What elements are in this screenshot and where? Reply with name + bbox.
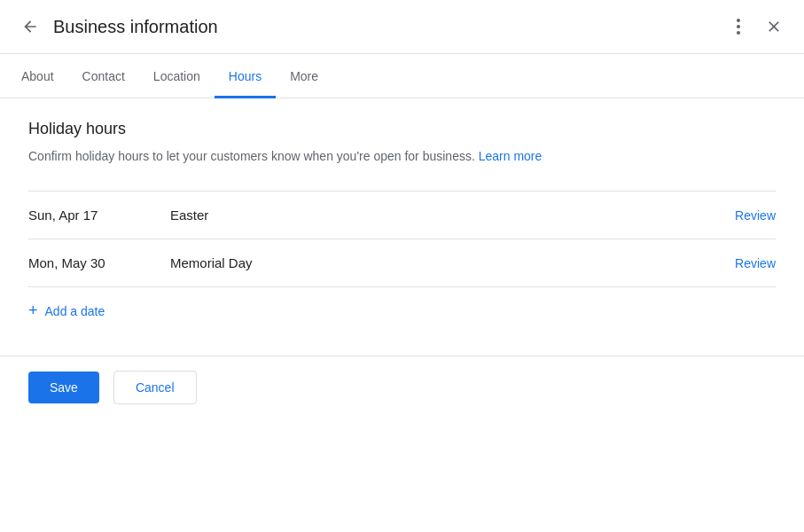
section-description: Confirm holiday hours to let your custom… <box>28 147 776 166</box>
holiday-row-memorial-day: Mon, May 30 Memorial Day Review <box>28 239 776 287</box>
back-button[interactable] <box>14 11 46 43</box>
tab-location[interactable]: Location <box>139 55 215 98</box>
review-link-easter[interactable]: Review <box>735 208 776 223</box>
tab-more[interactable]: More <box>276 55 332 98</box>
close-button[interactable] <box>758 11 790 43</box>
tab-hours[interactable]: Hours <box>215 55 276 98</box>
header-actions <box>722 11 790 43</box>
cancel-button[interactable]: Cancel <box>113 371 197 404</box>
three-dot-icon <box>730 18 747 35</box>
section-description-text: Confirm holiday hours to let your custom… <box>28 149 475 163</box>
review-link-memorial[interactable]: Review <box>735 256 776 270</box>
plus-icon: + <box>28 301 38 320</box>
holiday-name-easter: Easter <box>170 207 735 223</box>
content-area: Holiday hours Confirm holiday hours to l… <box>0 98 804 356</box>
holiday-date-memorial: Mon, May 30 <box>28 255 170 270</box>
holiday-name-memorial: Memorial Day <box>170 255 735 270</box>
footer: Save Cancel <box>0 356 804 419</box>
add-date-label: Add a date <box>45 304 105 318</box>
page-title: Business information <box>53 17 722 37</box>
learn-more-link[interactable]: Learn more <box>479 149 543 163</box>
section-title: Holiday hours <box>28 120 776 138</box>
holiday-row-easter: Sun, Apr 17 Easter Review <box>28 191 776 239</box>
tab-about[interactable]: About <box>7 55 68 98</box>
tab-contact[interactable]: Contact <box>68 55 139 98</box>
holiday-date-easter: Sun, Apr 17 <box>28 207 170 223</box>
header: Business information <box>0 0 804 54</box>
add-date-button[interactable]: + Add a date <box>28 287 105 334</box>
tabs-bar: About Contact Location Hours More <box>0 54 804 98</box>
save-button[interactable]: Save <box>28 372 99 403</box>
more-options-button[interactable] <box>722 11 754 43</box>
